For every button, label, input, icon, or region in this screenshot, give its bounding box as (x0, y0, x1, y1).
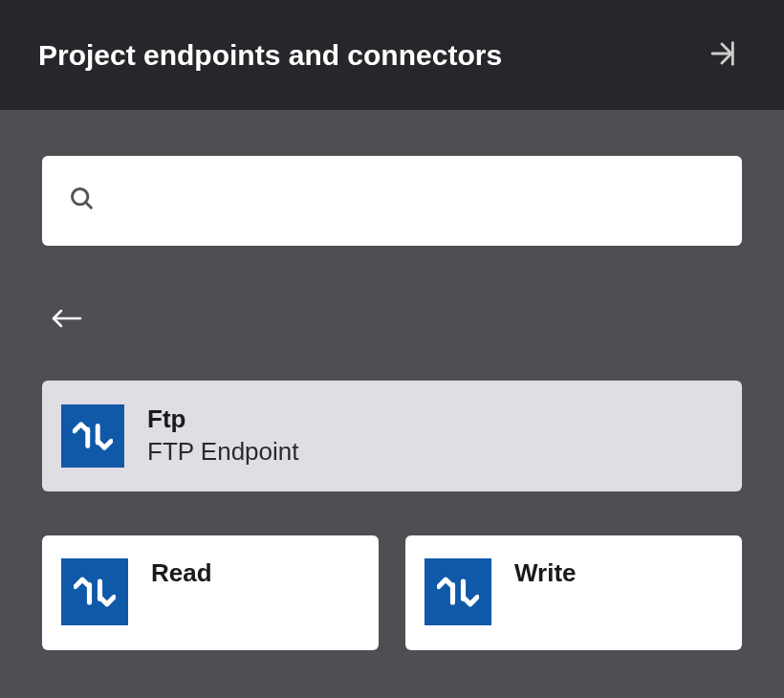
actions-row: Read Write (42, 535, 742, 650)
action-label: Read (151, 558, 212, 588)
endpoint-name: Ftp (147, 404, 299, 436)
search-input[interactable] (111, 190, 715, 212)
search-container[interactable] (42, 156, 742, 246)
endpoint-text: Ftp FTP Endpoint (147, 404, 299, 469)
action-label: Write (514, 558, 577, 588)
transfer-icon (61, 558, 128, 625)
arrow-left-icon (50, 305, 84, 335)
collapse-right-icon (706, 37, 738, 73)
transfer-icon (61, 404, 124, 468)
transfer-icon (425, 558, 491, 625)
page-title: Project endpoints and connectors (38, 39, 502, 72)
svg-line-2 (86, 203, 92, 208)
endpoint-card-ftp[interactable]: Ftp FTP Endpoint (42, 381, 742, 491)
search-icon (69, 185, 96, 216)
panel-header: Project endpoints and connectors (0, 0, 784, 110)
endpoint-subtitle: FTP Endpoint (147, 436, 299, 469)
action-card-read[interactable]: Read (42, 535, 379, 650)
action-card-write[interactable]: Write (405, 535, 742, 650)
collapse-button[interactable] (698, 30, 746, 80)
back-button[interactable] (46, 301, 88, 338)
content-area: Ftp FTP Endpoint Read (0, 110, 784, 696)
